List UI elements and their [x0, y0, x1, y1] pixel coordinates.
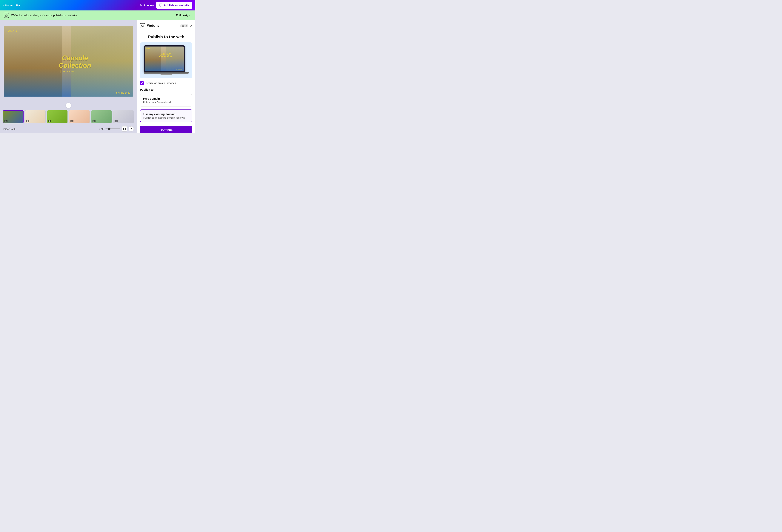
ls-brand: ANAIS: [146, 48, 150, 49]
design-shop-button[interactable]: SHOP NOW: [61, 70, 76, 73]
main-area: ANAIS Capsule Collection SHOP NOW SPRING…: [0, 20, 195, 133]
design-title: Capsule Collection: [59, 54, 91, 69]
header: ‹ Home File 👁 Preview Publish as Website: [0, 0, 195, 10]
thumb-num-1: 1: [4, 120, 7, 122]
right-panel: Website BETA × Publish to the web ANAIS: [137, 20, 195, 133]
thumbnail-3[interactable]: 3: [47, 110, 68, 123]
chevron-left-icon: ‹: [3, 4, 4, 7]
file-label: File: [15, 4, 20, 7]
home-label: Home: [5, 4, 12, 7]
preview-label: Preview: [144, 4, 154, 7]
ls-model-right: [161, 46, 184, 71]
svg-rect-5: [125, 129, 126, 130]
notification-bar: We've locked your design while you publi…: [0, 10, 195, 20]
lock-icon: [4, 13, 9, 18]
home-button[interactable]: ‹ Home: [3, 4, 12, 7]
svg-rect-1: [5, 15, 7, 16]
existing-domain-sub: Publish to an existing domain you own: [143, 116, 189, 119]
resize-checkbox-row: Resize on smaller devices: [140, 81, 192, 85]
free-domain-title: Free domain: [143, 97, 189, 100]
header-left: ‹ Home File: [3, 4, 20, 7]
resize-label: Resize on smaller devices: [146, 82, 176, 85]
continue-button[interactable]: Continue: [140, 126, 192, 133]
thumbnail-strip: 1 2 3 4 5 6: [0, 109, 137, 125]
file-button[interactable]: File: [15, 4, 20, 7]
free-domain-card[interactable]: Free domain Publish to a Canva domain: [140, 94, 192, 107]
publish-to-label: Publish to: [140, 88, 192, 91]
ls-season: SPRING 2025: [176, 69, 182, 70]
laptop-base: [144, 72, 188, 74]
svg-rect-2: [123, 128, 124, 129]
zoom-percent: 47%: [99, 127, 104, 130]
thumbnail-4[interactable]: 4: [69, 110, 90, 123]
website-icon: [140, 23, 145, 28]
notification-text: We've locked your design while you publi…: [11, 14, 174, 17]
edit-design-button[interactable]: Edit design: [176, 14, 190, 17]
design-season: SPRING 2025: [116, 92, 130, 94]
panel-title: Website: [147, 24, 178, 28]
publish-as-website-button[interactable]: Publish as Website: [156, 2, 192, 9]
thumbnail-6[interactable]: 6: [113, 110, 134, 123]
zoom-area: 47% ?: [99, 126, 134, 131]
existing-domain-title: Use my existing domain: [143, 112, 189, 116]
existing-domain-card[interactable]: Use my existing domain Publish to an exi…: [140, 110, 192, 122]
laptop-container: ANAIS Capsule Collection SPRING 2025: [144, 45, 188, 75]
laptop-preview: ANAIS Capsule Collection SPRING 2025: [140, 42, 192, 78]
thumbnail-2[interactable]: 2: [25, 110, 46, 123]
page-info: Page 1 of 6: [3, 127, 15, 130]
design-preview: ANAIS Capsule Collection SHOP NOW SPRING…: [4, 26, 133, 97]
publish-icon: [159, 3, 163, 7]
ls-title: Capsule Collection: [159, 52, 172, 58]
canvas-content: ANAIS Capsule Collection SHOP NOW SPRING…: [0, 20, 137, 102]
collapse-button[interactable]: ⌄: [66, 103, 71, 108]
thumb-num-6: 6: [114, 120, 117, 122]
svg-rect-6: [141, 25, 144, 26]
thumbnail-1[interactable]: 1: [3, 110, 24, 123]
publish-label: Publish as Website: [164, 4, 189, 7]
thumbnail-5[interactable]: 5: [91, 110, 112, 123]
laptop-screen: ANAIS Capsule Collection SPRING 2025: [145, 46, 184, 71]
canvas-area: ANAIS Capsule Collection SHOP NOW SPRING…: [0, 20, 137, 133]
eye-icon: 👁: [139, 4, 142, 7]
help-button[interactable]: ?: [129, 126, 134, 131]
zoom-slider[interactable]: [105, 128, 120, 129]
thumb-num-4: 4: [70, 120, 73, 122]
free-domain-sub: Publish to a Canva domain: [143, 101, 189, 104]
design-brand: ANAIS: [8, 29, 17, 32]
panel-body: Publish to the web ANAIS Capsule Collect…: [137, 31, 195, 133]
bottom-bar: Page 1 of 6 47% ?: [0, 125, 137, 133]
svg-rect-4: [123, 129, 124, 130]
thumb-num-3: 3: [48, 120, 51, 122]
laptop-body: ANAIS Capsule Collection SPRING 2025: [144, 45, 185, 72]
thumb-num-2: 2: [26, 120, 29, 122]
resize-checkbox[interactable]: [140, 81, 144, 85]
header-right: 👁 Preview Publish as Website: [139, 2, 192, 9]
svg-rect-0: [159, 4, 162, 6]
svg-rect-3: [125, 128, 126, 129]
grid-view-button[interactable]: [122, 126, 127, 131]
preview-button[interactable]: 👁 Preview: [139, 4, 154, 7]
panel-header: Website BETA ×: [137, 20, 195, 31]
laptop-stand: [161, 74, 172, 75]
panel-main-title: Publish to the web: [140, 35, 192, 39]
canvas-chevron: ⌄: [0, 102, 137, 109]
thumb-num-5: 5: [93, 120, 96, 122]
close-panel-button[interactable]: ×: [190, 24, 192, 28]
beta-badge: BETA: [180, 25, 188, 27]
